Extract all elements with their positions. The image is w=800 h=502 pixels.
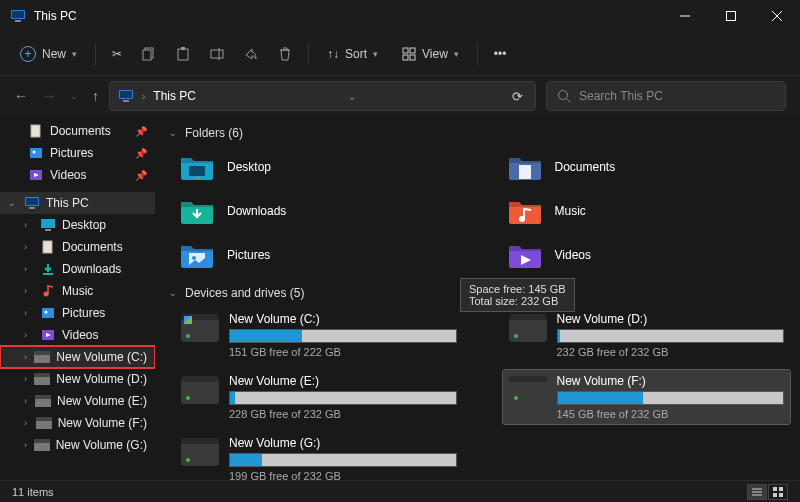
drive-item[interactable]: New Volume (D:) 232 GB free of 232 GB [503,308,791,362]
sort-icon: ↑↓ [327,47,339,61]
search-placeholder: Search This PC [579,89,663,103]
chevron-right-icon[interactable]: › [24,352,28,362]
sidebar-item-videos[interactable]: ›Videos [0,324,155,346]
chevron-right-icon[interactable]: › [24,330,34,340]
chevron-right-icon[interactable]: › [24,440,28,450]
chevron-down-icon: ⌄ [169,128,177,138]
drive-item[interactable]: New Volume (G:) 199 GB free of 232 GB [175,432,463,480]
rename-button[interactable] [202,41,232,67]
folder-icon [507,240,543,270]
drive-free-text: 151 GB free of 222 GB [229,346,457,358]
folder-item[interactable]: Pictures [175,236,463,274]
close-button[interactable] [754,0,800,32]
minimize-button[interactable] [662,0,708,32]
address-bar[interactable]: › This PC ⌄ ⟳ [109,81,536,111]
folders-section-header[interactable]: ⌄Folders (6) [169,126,790,140]
svg-rect-10 [181,47,185,50]
copy-icon [142,47,156,61]
drive-icon [36,416,52,430]
sidebar-item-pictures[interactable]: Pictures📌 [0,142,155,164]
back-button[interactable]: ← [14,88,28,104]
sidebar-item-label: Documents [50,124,111,138]
sidebar-item-volume-e[interactable]: ›New Volume (E:) [0,390,155,412]
chevron-right-icon[interactable]: › [24,220,34,230]
chevron-right-icon[interactable]: › [24,396,29,406]
folder-label: Downloads [227,204,286,218]
svg-rect-44 [35,395,51,399]
drive-usage-bar [557,329,785,343]
breadcrumb[interactable]: This PC [153,89,196,103]
pin-icon: 📌 [135,148,147,159]
svg-rect-9 [178,49,188,60]
sidebar-item-label: New Volume (C:) [56,350,147,364]
chevron-right-icon[interactable]: › [24,286,34,296]
sidebar-item-desktop[interactable]: ›Desktop [0,214,155,236]
details-view-button[interactable] [747,484,767,500]
delete-button[interactable] [270,41,300,67]
sidebar-item-documents[interactable]: ›Documents [0,236,155,258]
chevron-right-icon[interactable]: › [24,242,34,252]
address-dropdown-icon[interactable]: ⌄ [348,91,356,102]
copy-button[interactable] [134,41,164,67]
chevron-right-icon[interactable]: › [24,418,30,428]
sidebar-item-videos[interactable]: Videos📌 [0,164,155,186]
sidebar-item-label: New Volume (F:) [58,416,147,430]
folder-item[interactable]: Documents [503,148,791,186]
view-label: View [422,47,448,61]
svg-rect-11 [211,50,223,58]
sort-button[interactable]: ↑↓ Sort ▾ [317,41,388,67]
more-button[interactable]: ••• [486,41,515,67]
up-button[interactable]: ↑ [92,88,99,104]
svg-rect-29 [41,219,55,228]
paste-button[interactable] [168,41,198,67]
videos-icon [40,328,56,342]
sidebar-item-volume-f[interactable]: ›New Volume (F:) [0,412,155,434]
svg-rect-14 [410,48,415,53]
forward-button[interactable]: → [42,88,56,104]
view-button[interactable]: View ▾ [392,41,469,67]
share-icon [244,47,258,61]
sidebar: Documents📌 Pictures📌 Videos📌 ⌄This PC ›D… [0,116,155,480]
svg-rect-47 [36,417,52,421]
sidebar-item-label: Desktop [62,218,106,232]
sidebar-item-volume-d[interactable]: ›New Volume (D:) [0,368,155,390]
new-button[interactable]: + New ▾ [10,40,87,68]
recent-chevron-down-icon[interactable]: ⌄ [70,91,78,101]
sidebar-item-volume-c[interactable]: ›New Volume (C:) [0,346,155,368]
chevron-right-icon[interactable]: › [24,374,28,384]
thispc-icon [24,196,40,210]
drive-icon [509,376,547,404]
chevron-right-icon[interactable]: › [24,264,34,274]
folder-item[interactable]: Downloads [175,192,463,230]
folder-item[interactable]: Videos [503,236,791,274]
sidebar-item-label: This PC [46,196,89,210]
folder-item[interactable]: Desktop [175,148,463,186]
rename-icon [210,47,224,61]
drive-item[interactable]: New Volume (E:) 228 GB free of 232 GB [175,370,463,424]
sidebar-item-downloads[interactable]: ›Downloads [0,258,155,280]
refresh-button[interactable]: ⟳ [508,89,527,104]
sidebar-item-music[interactable]: ›Music [0,280,155,302]
maximize-button[interactable] [708,0,754,32]
drive-name: New Volume (D:) [557,312,785,326]
drive-item[interactable]: New Volume (C:) 151 GB free of 222 GB [175,308,463,362]
svg-rect-41 [34,373,50,377]
svg-rect-27 [26,198,38,205]
sidebar-item-label: Pictures [50,146,93,160]
folder-icon [179,152,215,182]
cut-button[interactable]: ✂ [104,41,130,67]
chevron-down-icon[interactable]: ⌄ [8,198,18,208]
chevron-right-icon[interactable]: › [142,91,145,102]
sidebar-item-documents[interactable]: Documents📌 [0,120,155,142]
chevron-right-icon[interactable]: › [24,308,34,318]
drive-item[interactable]: New Volume (F:) 145 GB free of 232 GB [503,370,791,424]
share-button[interactable] [236,41,266,67]
search-input[interactable]: Search This PC [546,81,786,111]
sidebar-item-thispc[interactable]: ⌄This PC [0,192,155,214]
sidebar-item-pictures[interactable]: ›Pictures [0,302,155,324]
folder-item[interactable]: Music [503,192,791,230]
paste-icon [176,47,190,61]
large-icons-view-button[interactable] [768,484,788,500]
plus-icon: + [20,46,36,62]
sidebar-item-volume-g[interactable]: ›New Volume (G:) [0,434,155,456]
